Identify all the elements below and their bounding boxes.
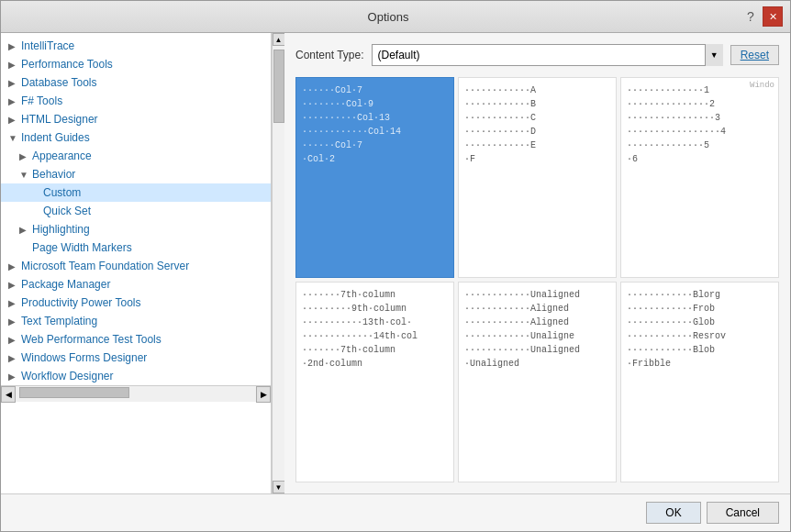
dialog-body: ▶IntelliTrace▶Performance Tools▶Database…	[1, 33, 790, 493]
sidebar-item-windows-forms-designer[interactable]: ▶Windows Forms Designer	[1, 349, 271, 367]
preview-line: ············Aligned	[464, 302, 610, 316]
sidebar-item-label: Microsoft Team Foundation Server	[21, 260, 189, 272]
preview-line: ············Unaligned	[464, 343, 610, 357]
preview-cell-cell-0[interactable]: ······Col·7········Col·9··········Col·13…	[295, 77, 454, 278]
sidebar-item-quick-set[interactable]: Quick Set	[1, 202, 271, 220]
scroll-h-thumb[interactable]	[19, 387, 129, 398]
sidebar-item-label: Quick Set	[43, 205, 91, 217]
preview-line: ·2nd·column	[302, 357, 448, 371]
content-type-label: Content Type:	[295, 49, 364, 61]
titlebar-buttons: ? ✕	[741, 6, 783, 27]
sidebar-item-label: Performance Tools	[21, 58, 113, 71]
preview-line: ············C	[464, 111, 610, 125]
chevron-right-icon: ▶	[8, 335, 17, 345]
window-label: Windo	[750, 80, 774, 93]
chevron-right-icon: ▶	[8, 280, 17, 290]
preview-line: ············Glob	[627, 316, 773, 329]
sidebar-item-ms-team-foundation[interactable]: ▶Microsoft Team Foundation Server	[1, 257, 271, 275]
scroll-down-btn[interactable]: ▼	[273, 481, 285, 493]
preview-line: ············E	[464, 139, 610, 152]
sidebar-item-custom[interactable]: Custom	[1, 183, 271, 202]
content-type-select[interactable]: (Default)	[372, 44, 723, 66]
preview-line: ··········Col·13	[302, 111, 448, 125]
sidebar-item-label: Highlighting	[32, 223, 90, 236]
preview-cell-cell-4[interactable]: ············Unaligned············Aligned…	[458, 282, 617, 482]
preview-cell-cell-5[interactable]: ············Blorg············Frob·······…	[620, 282, 779, 482]
preview-cell-cell-2[interactable]: Windo··············1···············2····…	[620, 77, 779, 278]
preview-line: ·················4	[627, 125, 773, 139]
preview-line: ·······7th·column	[302, 343, 448, 357]
preview-line: ······Col·7	[302, 139, 448, 152]
sidebar-item-label: Productivity Power Tools	[21, 296, 141, 309]
preview-cell-cell-1[interactable]: ············A············B············C·…	[458, 77, 617, 278]
reset-button[interactable]: Reset	[730, 45, 779, 65]
scroll-left-btn[interactable]: ◀	[1, 386, 16, 403]
sidebar-item-label: Custom	[43, 186, 81, 199]
sidebar-item-web-performance-test-tools[interactable]: ▶Web Performance Test Tools	[1, 330, 271, 349]
preview-line: ············Blorg	[627, 288, 773, 302]
chevron-right-icon: ▶	[8, 60, 17, 70]
sidebar-item-label: Web Performance Test Tools	[21, 333, 162, 346]
chevron-right-icon: ▶	[19, 151, 28, 161]
chevron-right-icon: ▶	[8, 115, 17, 125]
content-type-row: Content Type: (Default) ▼ Reset	[295, 44, 779, 66]
cancel-button[interactable]: Cancel	[707, 502, 779, 524]
preview-cell-cell-3[interactable]: ·······7th·column·········9th·column····…	[295, 282, 454, 482]
dialog-footer: OK Cancel	[1, 493, 790, 531]
main-content: Content Type: (Default) ▼ Reset ······Co…	[284, 33, 790, 493]
scroll-thumb[interactable]	[273, 50, 284, 123]
scroll-up-btn[interactable]: ▲	[273, 33, 285, 46]
chevron-right-icon: ▶	[8, 41, 17, 51]
sidebar-item-appearance[interactable]: ▶Appearance	[1, 147, 271, 165]
scroll-right-btn[interactable]: ▶	[256, 386, 271, 403]
sidebar-item-label: Indent Guides	[21, 131, 90, 144]
preview-line: ············Resrov	[627, 329, 773, 343]
sidebar-scrollbar[interactable]: ▲ ▼	[272, 33, 284, 493]
chevron-right-icon: ▶	[8, 261, 17, 272]
chevron-down-icon: ▼	[8, 133, 17, 143]
sidebar-item-label: F# Tools	[21, 94, 62, 107]
sidebar: ▶IntelliTrace▶Performance Tools▶Database…	[1, 33, 272, 493]
sidebar-item-text-templating[interactable]: ▶Text Templating	[1, 312, 271, 330]
sidebar-item-label: IntelliTrace	[21, 39, 74, 52]
preview-line: ············Frob	[627, 302, 773, 316]
preview-line: ············Unaligned	[464, 288, 610, 302]
sidebar-item-fsharp-tools[interactable]: ▶F# Tools	[1, 92, 271, 110]
sidebar-item-html-designer[interactable]: ▶HTML Designer	[1, 110, 271, 128]
preview-line: ············D	[464, 125, 610, 139]
chevron-right-icon: ▶	[8, 371, 17, 382]
options-dialog: Options ? ✕ ▶IntelliTrace▶Performance To…	[0, 0, 791, 532]
preview-line: ······Col·7	[302, 83, 448, 97]
sidebar-item-indent-guides[interactable]: ▼Indent Guides	[1, 128, 271, 147]
ok-button[interactable]: OK	[646, 502, 700, 524]
chevron-right-icon: ▶	[8, 316, 17, 327]
sidebar-item-behavior[interactable]: ▼Behavior	[1, 165, 271, 183]
chevron-down-icon: ▼	[19, 170, 28, 180]
preview-line: ············Col·14	[302, 125, 448, 139]
preview-line: ···········13th·col·	[302, 316, 448, 329]
close-button[interactable]: ✕	[763, 6, 783, 27]
preview-line: ·············14th·col	[302, 329, 448, 343]
sidebar-item-productivity-power-tools[interactable]: ▶Productivity Power Tools	[1, 294, 271, 312]
sidebar-item-label: Package Manager	[21, 278, 110, 291]
preview-line: ············Aligned	[464, 316, 610, 329]
titlebar: Options ? ✕	[1, 1, 790, 33]
preview-line: ·F	[464, 152, 610, 166]
sidebar-item-highlighting[interactable]: ▶Highlighting	[1, 220, 271, 238]
sidebar-item-page-width-markers[interactable]: Page Width Markers	[1, 238, 271, 257]
sidebar-item-performance-tools[interactable]: ▶Performance Tools	[1, 55, 271, 73]
help-button[interactable]: ?	[741, 6, 761, 27]
sidebar-item-intellitrace[interactable]: ▶IntelliTrace	[1, 37, 271, 55]
chevron-right-icon: ▶	[8, 96, 17, 106]
sidebar-item-database-tools[interactable]: ▶Database Tools	[1, 73, 271, 92]
chevron-right-icon: ▶	[8, 78, 17, 88]
preview-line: ·Fribble	[627, 357, 773, 371]
sidebar-item-label: Text Templating	[21, 315, 97, 327]
preview-line: ·······7th·column	[302, 288, 448, 302]
chevron-right-icon: ▶	[8, 298, 17, 308]
sidebar-item-label: Workflow Designer	[21, 370, 113, 382]
sidebar-item-package-manager[interactable]: ▶Package Manager	[1, 275, 271, 294]
preview-line: ··············5	[627, 139, 773, 152]
sidebar-item-workflow-designer[interactable]: ▶Workflow Designer	[1, 367, 271, 385]
preview-line: ·Unaligned	[464, 357, 610, 371]
